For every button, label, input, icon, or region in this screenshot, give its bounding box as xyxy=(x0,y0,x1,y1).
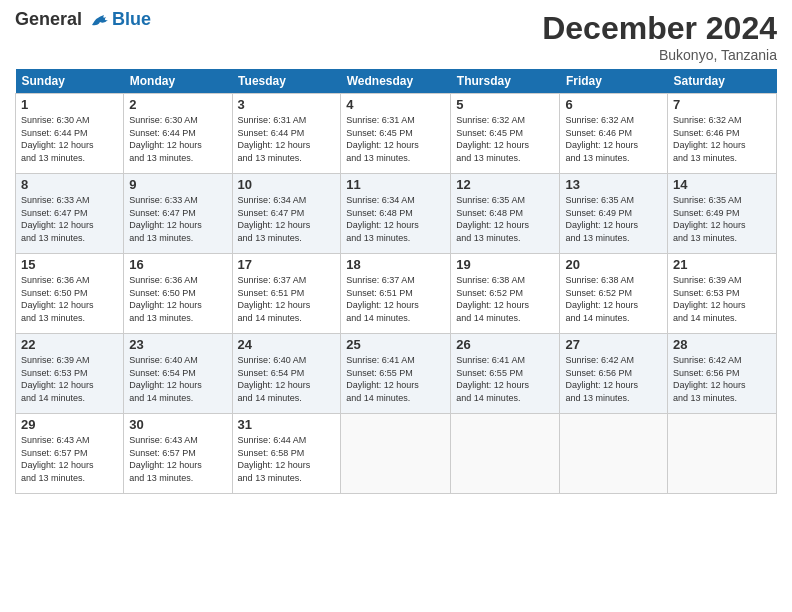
day-number: 17 xyxy=(238,257,336,272)
day-info: Sunrise: 6:35 AM Sunset: 6:49 PM Dayligh… xyxy=(565,194,662,244)
day-number: 20 xyxy=(565,257,662,272)
day-info: Sunrise: 6:31 AM Sunset: 6:45 PM Dayligh… xyxy=(346,114,445,164)
day-info: Sunrise: 6:37 AM Sunset: 6:51 PM Dayligh… xyxy=(346,274,445,324)
calendar-row: 29Sunrise: 6:43 AM Sunset: 6:57 PM Dayli… xyxy=(16,414,777,494)
table-row: 16Sunrise: 6:36 AM Sunset: 6:50 PM Dayli… xyxy=(124,254,232,334)
day-number: 25 xyxy=(346,337,445,352)
day-number: 3 xyxy=(238,97,336,112)
table-row: 26Sunrise: 6:41 AM Sunset: 6:55 PM Dayli… xyxy=(451,334,560,414)
day-info: Sunrise: 6:38 AM Sunset: 6:52 PM Dayligh… xyxy=(565,274,662,324)
day-info: Sunrise: 6:42 AM Sunset: 6:56 PM Dayligh… xyxy=(673,354,771,404)
day-number: 30 xyxy=(129,417,226,432)
col-tuesday: Tuesday xyxy=(232,69,341,94)
table-row: 31Sunrise: 6:44 AM Sunset: 6:58 PM Dayli… xyxy=(232,414,341,494)
table-row: 24Sunrise: 6:40 AM Sunset: 6:54 PM Dayli… xyxy=(232,334,341,414)
day-info: Sunrise: 6:35 AM Sunset: 6:49 PM Dayligh… xyxy=(673,194,771,244)
logo-text-general: General xyxy=(15,9,82,29)
table-row: 6Sunrise: 6:32 AM Sunset: 6:46 PM Daylig… xyxy=(560,94,668,174)
table-row: 29Sunrise: 6:43 AM Sunset: 6:57 PM Dayli… xyxy=(16,414,124,494)
table-row: 30Sunrise: 6:43 AM Sunset: 6:57 PM Dayli… xyxy=(124,414,232,494)
table-row: 28Sunrise: 6:42 AM Sunset: 6:56 PM Dayli… xyxy=(668,334,777,414)
day-number: 7 xyxy=(673,97,771,112)
day-info: Sunrise: 6:33 AM Sunset: 6:47 PM Dayligh… xyxy=(129,194,226,244)
day-number: 31 xyxy=(238,417,336,432)
table-row: 19Sunrise: 6:38 AM Sunset: 6:52 PM Dayli… xyxy=(451,254,560,334)
day-info: Sunrise: 6:40 AM Sunset: 6:54 PM Dayligh… xyxy=(238,354,336,404)
day-number: 10 xyxy=(238,177,336,192)
table-row: 13Sunrise: 6:35 AM Sunset: 6:49 PM Dayli… xyxy=(560,174,668,254)
header: General Blue December 2024 Bukonyo, Tanz… xyxy=(15,10,777,63)
table-row: 10Sunrise: 6:34 AM Sunset: 6:47 PM Dayli… xyxy=(232,174,341,254)
day-info: Sunrise: 6:40 AM Sunset: 6:54 PM Dayligh… xyxy=(129,354,226,404)
table-row: 12Sunrise: 6:35 AM Sunset: 6:48 PM Dayli… xyxy=(451,174,560,254)
table-row xyxy=(341,414,451,494)
col-wednesday: Wednesday xyxy=(341,69,451,94)
day-info: Sunrise: 6:39 AM Sunset: 6:53 PM Dayligh… xyxy=(21,354,118,404)
table-row: 22Sunrise: 6:39 AM Sunset: 6:53 PM Dayli… xyxy=(16,334,124,414)
day-info: Sunrise: 6:30 AM Sunset: 6:44 PM Dayligh… xyxy=(21,114,118,164)
day-number: 18 xyxy=(346,257,445,272)
day-info: Sunrise: 6:32 AM Sunset: 6:45 PM Dayligh… xyxy=(456,114,554,164)
logo-bird-icon xyxy=(88,11,110,29)
day-number: 22 xyxy=(21,337,118,352)
day-info: Sunrise: 6:37 AM Sunset: 6:51 PM Dayligh… xyxy=(238,274,336,324)
calendar-row: 1Sunrise: 6:30 AM Sunset: 6:44 PM Daylig… xyxy=(16,94,777,174)
day-number: 1 xyxy=(21,97,118,112)
day-number: 12 xyxy=(456,177,554,192)
page-container: General Blue December 2024 Bukonyo, Tanz… xyxy=(0,0,792,504)
day-number: 15 xyxy=(21,257,118,272)
day-info: Sunrise: 6:36 AM Sunset: 6:50 PM Dayligh… xyxy=(129,274,226,324)
day-info: Sunrise: 6:42 AM Sunset: 6:56 PM Dayligh… xyxy=(565,354,662,404)
day-info: Sunrise: 6:35 AM Sunset: 6:48 PM Dayligh… xyxy=(456,194,554,244)
location: Bukonyo, Tanzania xyxy=(542,47,777,63)
day-number: 14 xyxy=(673,177,771,192)
day-info: Sunrise: 6:30 AM Sunset: 6:44 PM Dayligh… xyxy=(129,114,226,164)
logo: General Blue xyxy=(15,10,151,30)
day-number: 2 xyxy=(129,97,226,112)
day-number: 16 xyxy=(129,257,226,272)
day-info: Sunrise: 6:36 AM Sunset: 6:50 PM Dayligh… xyxy=(21,274,118,324)
table-row: 7Sunrise: 6:32 AM Sunset: 6:46 PM Daylig… xyxy=(668,94,777,174)
day-info: Sunrise: 6:41 AM Sunset: 6:55 PM Dayligh… xyxy=(346,354,445,404)
day-info: Sunrise: 6:32 AM Sunset: 6:46 PM Dayligh… xyxy=(565,114,662,164)
table-row: 18Sunrise: 6:37 AM Sunset: 6:51 PM Dayli… xyxy=(341,254,451,334)
table-row: 11Sunrise: 6:34 AM Sunset: 6:48 PM Dayli… xyxy=(341,174,451,254)
calendar-row: 8Sunrise: 6:33 AM Sunset: 6:47 PM Daylig… xyxy=(16,174,777,254)
day-info: Sunrise: 6:33 AM Sunset: 6:47 PM Dayligh… xyxy=(21,194,118,244)
day-number: 9 xyxy=(129,177,226,192)
day-number: 11 xyxy=(346,177,445,192)
day-number: 24 xyxy=(238,337,336,352)
day-info: Sunrise: 6:41 AM Sunset: 6:55 PM Dayligh… xyxy=(456,354,554,404)
day-info: Sunrise: 6:31 AM Sunset: 6:44 PM Dayligh… xyxy=(238,114,336,164)
day-number: 27 xyxy=(565,337,662,352)
table-row: 25Sunrise: 6:41 AM Sunset: 6:55 PM Dayli… xyxy=(341,334,451,414)
day-info: Sunrise: 6:32 AM Sunset: 6:46 PM Dayligh… xyxy=(673,114,771,164)
table-row: 27Sunrise: 6:42 AM Sunset: 6:56 PM Dayli… xyxy=(560,334,668,414)
table-row xyxy=(451,414,560,494)
day-info: Sunrise: 6:34 AM Sunset: 6:48 PM Dayligh… xyxy=(346,194,445,244)
day-number: 13 xyxy=(565,177,662,192)
table-row: 2Sunrise: 6:30 AM Sunset: 6:44 PM Daylig… xyxy=(124,94,232,174)
month-title: December 2024 xyxy=(542,10,777,47)
day-number: 28 xyxy=(673,337,771,352)
day-info: Sunrise: 6:43 AM Sunset: 6:57 PM Dayligh… xyxy=(21,434,118,484)
calendar-row: 22Sunrise: 6:39 AM Sunset: 6:53 PM Dayli… xyxy=(16,334,777,414)
day-number: 5 xyxy=(456,97,554,112)
day-info: Sunrise: 6:38 AM Sunset: 6:52 PM Dayligh… xyxy=(456,274,554,324)
calendar-table: Sunday Monday Tuesday Wednesday Thursday… xyxy=(15,69,777,494)
table-row xyxy=(668,414,777,494)
title-block: December 2024 Bukonyo, Tanzania xyxy=(542,10,777,63)
col-monday: Monday xyxy=(124,69,232,94)
table-row: 21Sunrise: 6:39 AM Sunset: 6:53 PM Dayli… xyxy=(668,254,777,334)
day-number: 26 xyxy=(456,337,554,352)
table-row: 9Sunrise: 6:33 AM Sunset: 6:47 PM Daylig… xyxy=(124,174,232,254)
day-info: Sunrise: 6:43 AM Sunset: 6:57 PM Dayligh… xyxy=(129,434,226,484)
day-info: Sunrise: 6:44 AM Sunset: 6:58 PM Dayligh… xyxy=(238,434,336,484)
day-number: 21 xyxy=(673,257,771,272)
table-row: 3Sunrise: 6:31 AM Sunset: 6:44 PM Daylig… xyxy=(232,94,341,174)
day-number: 19 xyxy=(456,257,554,272)
day-number: 4 xyxy=(346,97,445,112)
day-number: 23 xyxy=(129,337,226,352)
table-row: 4Sunrise: 6:31 AM Sunset: 6:45 PM Daylig… xyxy=(341,94,451,174)
table-row: 23Sunrise: 6:40 AM Sunset: 6:54 PM Dayli… xyxy=(124,334,232,414)
